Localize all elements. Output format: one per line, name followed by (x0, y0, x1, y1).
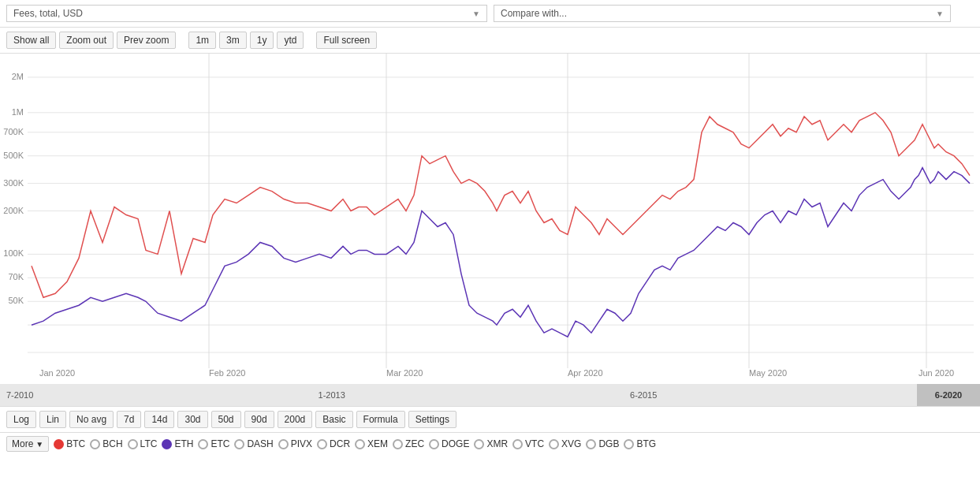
svg-text:Apr 2020: Apr 2020 (568, 368, 603, 378)
coin-radio-xvg[interactable] (549, 439, 559, 449)
more-button[interactable]: More ▼ (6, 436, 49, 452)
svg-text:700K: 700K (3, 127, 24, 136)
coin-label-bch: BCH (102, 438, 122, 449)
bottom-toolbar: Log Lin No avg 7d 14d 30d 50d 90d 200d B… (0, 406, 980, 432)
7d-button[interactable]: 7d (117, 411, 141, 428)
coin-pivx[interactable]: PIVX (278, 438, 312, 449)
timeline-handle[interactable]: 6-2020 (917, 384, 980, 406)
coin-ltc[interactable]: LTC (128, 438, 158, 449)
coin-label-dash: DASH (247, 438, 273, 449)
coin-radio-eth[interactable] (162, 439, 172, 449)
coin-radio-doge[interactable] (429, 439, 439, 449)
svg-text:300K: 300K (3, 178, 24, 188)
coin-zec[interactable]: ZEC (393, 438, 424, 449)
compare-label: Compare with... (501, 8, 567, 19)
svg-text:Jun 2020: Jun 2020 (919, 368, 954, 378)
coin-radio-pivx[interactable] (278, 439, 289, 449)
timeline-label-2: 6-2015 (630, 390, 657, 400)
coin-label-dgb: DGB (598, 438, 619, 449)
coin-xem[interactable]: XEM (355, 438, 388, 449)
coin-label-zec: ZEC (405, 438, 424, 449)
svg-text:Jan 2020: Jan 2020 (39, 368, 75, 378)
coin-radio-xem[interactable] (355, 439, 365, 449)
settings-button[interactable]: Settings (408, 411, 456, 428)
timeline-bar[interactable]: 7-2010 1-2013 6-2015 12-2017 6-2020 (0, 384, 980, 406)
14d-button[interactable]: 14d (144, 411, 174, 428)
coin-label-btc: BTC (66, 438, 85, 449)
chart-svg: 2M 1M 700K 500K 300K 200K 100K 70K 50K J… (0, 54, 980, 384)
metric-arrow: ▼ (472, 9, 480, 18)
svg-text:500K: 500K (3, 151, 24, 160)
coin-bch[interactable]: BCH (90, 438, 122, 449)
coin-label-eth: ETH (174, 438, 193, 449)
compare-dropdown[interactable]: Compare with... ▼ (494, 5, 951, 22)
more-label: More (12, 438, 33, 449)
chart-area: 2M 1M 700K 500K 300K 200K 100K 70K 50K J… (0, 53, 980, 384)
coin-radio-ltc[interactable] (128, 439, 138, 449)
formula-button[interactable]: Formula (356, 411, 405, 428)
no-avg-button[interactable]: No avg (69, 411, 114, 428)
toolbar: Show all Zoom out Prev zoom 1m 3m 1y ytd… (0, 28, 980, 53)
coins-bar: More ▼ BTC BCH LTC ETH ETC DASH PIVX DCR… (0, 432, 980, 455)
coin-radio-zec[interactable] (393, 439, 403, 449)
coin-label-vtc: VTC (525, 438, 544, 449)
full-screen-button[interactable]: Full screen (316, 32, 377, 49)
metric-dropdown[interactable]: Fees, total, USD ▼ (6, 5, 487, 22)
coin-dcr[interactable]: DCR (317, 438, 350, 449)
prev-zoom-button[interactable]: Prev zoom (117, 32, 176, 49)
coin-dgb[interactable]: DGB (586, 438, 619, 449)
coin-radio-xmr[interactable] (474, 439, 484, 449)
coin-radio-dcr[interactable] (317, 439, 327, 449)
svg-text:100K: 100K (3, 248, 24, 258)
coin-btg[interactable]: BTG (624, 438, 656, 449)
coin-radio-dash[interactable] (234, 439, 244, 449)
timeline-labels: 7-2010 1-2013 6-2015 12-2017 (6, 390, 974, 400)
coin-label-xem: XEM (367, 438, 388, 449)
coin-label-dcr: DCR (330, 438, 350, 449)
coin-radio-dgb[interactable] (586, 439, 596, 449)
metric-label: Fees, total, USD (13, 8, 83, 19)
coin-label-pivx: PIVX (291, 438, 312, 449)
coin-doge[interactable]: DOGE (429, 438, 469, 449)
basic-button[interactable]: Basic (315, 411, 352, 428)
svg-text:50K: 50K (8, 296, 24, 305)
coin-label-doge: DOGE (442, 438, 469, 449)
svg-text:Feb 2020: Feb 2020 (209, 368, 245, 378)
coin-eth[interactable]: ETH (162, 438, 193, 449)
zoom-out-button[interactable]: Zoom out (59, 32, 114, 49)
svg-text:May 2020: May 2020 (749, 368, 787, 378)
90d-button[interactable]: 90d (244, 411, 274, 428)
svg-text:200K: 200K (3, 206, 24, 215)
log-button[interactable]: Log (6, 411, 36, 428)
ytd-button[interactable]: ytd (277, 32, 304, 49)
50d-button[interactable]: 50d (211, 411, 241, 428)
coin-radio-bch[interactable] (90, 439, 100, 449)
svg-text:70K: 70K (8, 272, 24, 281)
svg-text:2M: 2M (12, 72, 24, 81)
coin-label-xmr: XMR (486, 438, 508, 449)
lin-button[interactable]: Lin (39, 411, 66, 428)
coin-xvg[interactable]: XVG (549, 438, 581, 449)
coin-radio-btc[interactable] (54, 439, 64, 449)
1m-button[interactable]: 1m (188, 32, 216, 49)
coin-label-xvg: XVG (561, 438, 581, 449)
timeline-label-0: 7-2010 (6, 390, 33, 400)
1y-button[interactable]: 1y (250, 32, 274, 49)
coin-dash[interactable]: DASH (234, 438, 273, 449)
show-all-button[interactable]: Show all (6, 32, 56, 49)
coin-vtc[interactable]: VTC (512, 438, 544, 449)
coin-label-etc: ETC (211, 438, 229, 449)
coin-btc[interactable]: BTC (54, 438, 85, 449)
200d-button[interactable]: 200d (278, 411, 313, 428)
coin-xmr[interactable]: XMR (474, 438, 508, 449)
top-bar: Fees, total, USD ▼ Compare with... ▼ (0, 0, 980, 28)
3m-button[interactable]: 3m (219, 32, 247, 49)
coin-label-btg: BTG (636, 438, 656, 449)
coin-radio-etc[interactable] (198, 439, 208, 449)
30d-button[interactable]: 30d (177, 411, 207, 428)
timeline-label-1: 1-2013 (319, 390, 345, 400)
coin-radio-btg[interactable] (624, 439, 634, 449)
coin-etc[interactable]: ETC (198, 438, 229, 449)
compare-arrow: ▼ (936, 9, 944, 18)
coin-radio-vtc[interactable] (512, 439, 523, 449)
